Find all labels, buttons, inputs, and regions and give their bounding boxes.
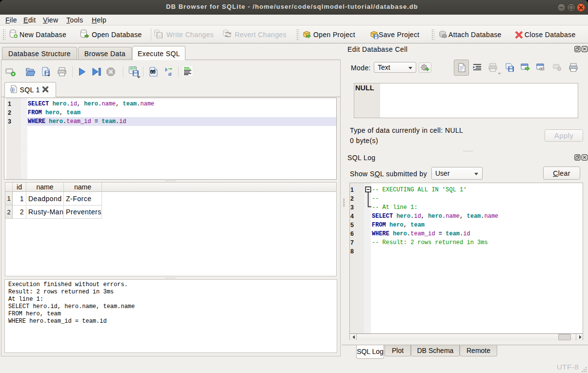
svg-text:b: b xyxy=(165,67,167,72)
svg-text:a: a xyxy=(168,70,172,77)
